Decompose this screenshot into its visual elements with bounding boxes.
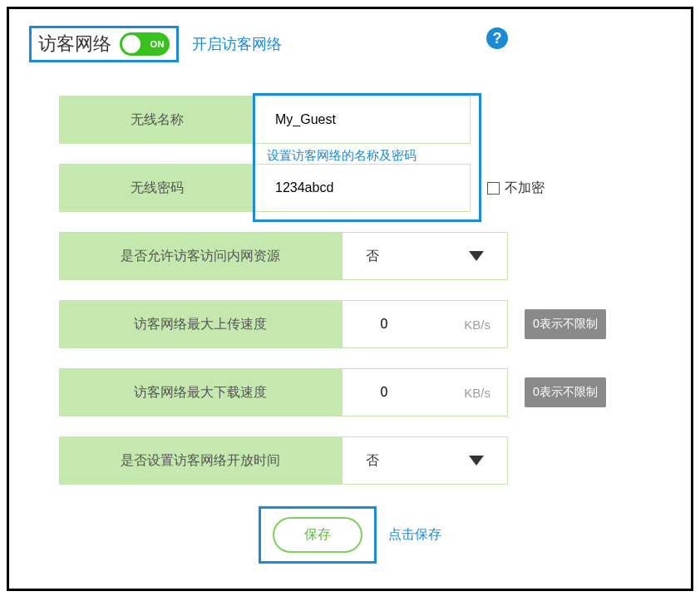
guest-network-toggle[interactable]: ON <box>120 32 170 56</box>
guest-network-panel: 访客网络 ON 开启访客网络 ? 设置访客网络的名称及密码 无线名称 无线密码 <box>7 7 693 591</box>
download-input-wrap: KB/s <box>342 368 508 416</box>
download-input[interactable] <box>359 385 409 400</box>
row-download: 访客网络最大下载速度 KB/s 0表示不限制 <box>29 368 671 416</box>
download-badge: 0表示不限制 <box>525 377 606 407</box>
chevron-down-icon <box>469 456 484 466</box>
allow-lan-label: 是否允许访客访问内网资源 <box>59 232 342 280</box>
download-unit: KB/s <box>464 386 490 400</box>
schedule-label: 是否设置访客网络开放时间 <box>59 436 342 485</box>
password-input[interactable] <box>275 180 450 195</box>
allow-lan-select[interactable]: 否 <box>342 232 508 280</box>
password-label: 无线密码 <box>59 164 254 212</box>
annotation-save-hint: 点击保存 <box>388 526 441 544</box>
row-password: 无线密码 不加密 <box>29 164 671 212</box>
upload-input[interactable] <box>359 317 409 332</box>
upload-label: 访客网络最大上传速度 <box>59 300 342 348</box>
header-row: 访客网络 ON 开启访客网络 ? <box>29 26 671 62</box>
allow-lan-value: 否 <box>366 248 379 265</box>
toggle-state-label: ON <box>150 39 165 49</box>
no-encrypt-checkbox[interactable] <box>487 182 500 195</box>
save-row: 保存 点击保存 <box>29 506 671 564</box>
schedule-select[interactable]: 否 <box>342 436 508 485</box>
upload-input-wrap: KB/s <box>342 300 508 348</box>
annotation-box-save: 保存 <box>259 506 377 564</box>
upload-badge: 0表示不限制 <box>525 309 606 339</box>
ssid-label: 无线名称 <box>59 96 254 144</box>
svg-marker-1 <box>469 456 484 466</box>
no-encrypt-label: 不加密 <box>505 180 545 197</box>
schedule-value: 否 <box>366 452 379 470</box>
title-highlight-box: 访客网络 ON <box>29 26 179 62</box>
password-input-wrap <box>254 164 471 212</box>
download-label: 访客网络最大下载速度 <box>59 368 342 416</box>
no-encrypt-checkbox-wrap[interactable]: 不加密 <box>487 180 545 197</box>
ssid-input[interactable] <box>275 112 450 127</box>
help-icon[interactable]: ? <box>486 27 508 49</box>
row-ssid: 无线名称 <box>29 96 671 144</box>
page-title: 访客网络 <box>38 32 111 57</box>
row-schedule: 是否设置访客网络开放时间 否 <box>29 436 671 485</box>
svg-marker-0 <box>469 251 484 261</box>
row-upload: 访客网络最大上传速度 KB/s 0表示不限制 <box>29 300 671 348</box>
ssid-input-wrap <box>254 96 471 144</box>
toggle-hint-text: 开启访客网络 <box>192 34 282 54</box>
upload-unit: KB/s <box>464 318 490 332</box>
chevron-down-icon <box>469 251 484 261</box>
form-rows: 设置访客网络的名称及密码 无线名称 无线密码 不加密 是否允许访客访问内网资源 … <box>29 96 671 485</box>
annotation-name-pwd-hint: 设置访客网络的名称及密码 <box>267 148 417 164</box>
toggle-knob <box>122 35 140 53</box>
save-button[interactable]: 保存 <box>273 517 362 553</box>
row-allow-lan: 是否允许访客访问内网资源 否 <box>29 232 671 280</box>
